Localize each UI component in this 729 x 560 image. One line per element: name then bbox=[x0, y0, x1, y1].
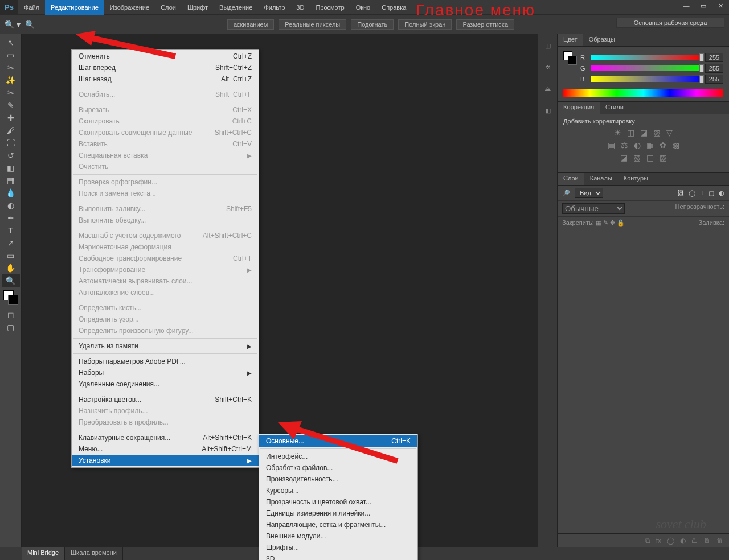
tab-color[interactable]: Цвет bbox=[558, 34, 583, 46]
menu-item[interactable]: 3D... bbox=[259, 553, 417, 560]
g-slider[interactable] bbox=[591, 65, 702, 71]
filter-icon[interactable]: ◯ bbox=[689, 190, 695, 197]
hue-strip[interactable] bbox=[563, 89, 723, 97]
lasso-tool-icon[interactable]: ✂ bbox=[2, 61, 20, 74]
menu-слои[interactable]: Слои bbox=[155, 0, 182, 15]
folder-icon[interactable]: 🗀 bbox=[691, 537, 698, 545]
trash-icon[interactable]: 🗑 bbox=[716, 537, 723, 545]
menu-item[interactable]: Шаг впередShift+Ctrl+Z bbox=[72, 62, 259, 73]
history-brush-icon[interactable]: ↺ bbox=[2, 149, 20, 162]
workspace-dropdown[interactable]: Основная рабочая среда bbox=[616, 18, 724, 28]
menu-редактирование[interactable]: Редактирование bbox=[45, 0, 104, 15]
menu-item[interactable]: Курсоры... bbox=[259, 485, 417, 496]
menu-фильтр[interactable]: Фильтр bbox=[258, 0, 290, 15]
close-icon[interactable]: ✕ bbox=[712, 0, 729, 11]
menu-изображение[interactable]: Изображение bbox=[104, 0, 155, 15]
options-button[interactable]: Полный экран bbox=[398, 19, 452, 30]
r-value[interactable]: 255 bbox=[705, 53, 723, 62]
menu-item[interactable]: Клавиатурные сокращения...Alt+Shift+Ctrl… bbox=[72, 432, 259, 443]
menu-выделение[interactable]: Выделение bbox=[214, 0, 258, 15]
tab-corrections[interactable]: Коррекция bbox=[558, 102, 600, 114]
adjustment-icon[interactable]: ☀ bbox=[614, 128, 621, 137]
options-button[interactable]: Размер оттиска bbox=[456, 19, 514, 30]
tab-paths[interactable]: Контуры bbox=[618, 173, 654, 185]
heal-tool-icon[interactable]: ✚ bbox=[2, 112, 20, 124]
adjustment-icon[interactable]: ▧ bbox=[633, 153, 641, 162]
adjustment-icon[interactable]: ▤ bbox=[608, 141, 615, 150]
lock-icon[interactable]: ▦ bbox=[596, 219, 601, 226]
brush-tool-icon[interactable]: 🖌 bbox=[2, 124, 20, 137]
adjustment-icon[interactable]: ▽ bbox=[666, 128, 673, 137]
lock-icon[interactable]: ✥ bbox=[610, 219, 615, 226]
menu-item[interactable]: Производительность... bbox=[259, 473, 417, 485]
menu-item[interactable]: Интерфейс... bbox=[259, 451, 417, 462]
menu-item[interactable]: Внешние модули... bbox=[259, 530, 417, 542]
menu-item[interactable]: Единицы измерения и линейки... bbox=[259, 508, 417, 519]
stamp-tool-icon[interactable]: ⛶ bbox=[2, 137, 20, 149]
shape-tool-icon[interactable]: ▭ bbox=[2, 249, 20, 262]
filter-icon[interactable]: ◐ bbox=[719, 190, 724, 197]
adjustment-icon[interactable]: ◐ bbox=[634, 141, 641, 150]
b-value[interactable]: 255 bbox=[705, 75, 723, 84]
panel-icon[interactable]: ◫ bbox=[541, 42, 555, 56]
mask-icon[interactable]: ◯ bbox=[667, 537, 674, 545]
tab-swatches[interactable]: Образцы bbox=[583, 34, 621, 46]
adjustment-icon[interactable]: ▨ bbox=[660, 153, 667, 162]
adjustment-icon[interactable]: ▨ bbox=[653, 128, 661, 137]
link-icon[interactable]: ⧉ bbox=[645, 537, 650, 545]
adjustment-icon[interactable]: ▦ bbox=[646, 141, 654, 150]
eyedropper-tool-icon[interactable]: ✎ bbox=[2, 99, 20, 112]
blend-mode-select[interactable]: Обычные bbox=[562, 203, 625, 214]
wand-tool-icon[interactable]: ✨ bbox=[2, 74, 20, 87]
zoom-tool-icon[interactable]: 🔍 bbox=[2, 274, 20, 287]
layer-kind-select[interactable]: Вид bbox=[575, 188, 603, 198]
menu-item[interactable]: ОтменитьCtrl+Z bbox=[72, 51, 259, 62]
menu-item[interactable]: Обработка файлов... bbox=[259, 462, 417, 473]
zoom-tool-icon[interactable]: 🔍 bbox=[25, 20, 35, 29]
eraser-tool-icon[interactable]: ◧ bbox=[2, 162, 20, 174]
fx-icon[interactable]: fx bbox=[656, 537, 661, 545]
panel-icon[interactable]: ◧ bbox=[541, 107, 555, 121]
hand-tool-icon[interactable]: ✋ bbox=[2, 262, 20, 274]
adjustment-icon[interactable]: ▩ bbox=[672, 141, 679, 150]
dodge-tool-icon[interactable]: ◐ bbox=[2, 199, 20, 212]
menu-item[interactable]: Удалить из памяти▶ bbox=[72, 340, 259, 352]
blur-tool-icon[interactable]: 💧 bbox=[2, 187, 20, 199]
marquee-tool-icon[interactable]: ▭ bbox=[2, 49, 20, 61]
zoom-tool-icon[interactable]: 🔍 ▾ bbox=[5, 20, 21, 29]
panel-icon[interactable]: ⛰ bbox=[541, 85, 555, 99]
g-value[interactable]: 255 bbox=[705, 64, 723, 73]
adjustment-icon[interactable]: ◫ bbox=[646, 153, 654, 162]
move-tool-icon[interactable]: ↖ bbox=[2, 36, 20, 49]
color-swatch[interactable] bbox=[563, 51, 577, 65]
search-icon[interactable]: 🔎 bbox=[562, 190, 570, 197]
tab-channels[interactable]: Каналы bbox=[584, 173, 618, 185]
crop-tool-icon[interactable]: ✂ bbox=[2, 87, 20, 99]
adjustment-icon[interactable]: ⚖ bbox=[621, 141, 628, 150]
tab-timeline[interactable]: Шкала времени bbox=[65, 547, 123, 560]
quickmask-icon[interactable]: ◻ bbox=[2, 308, 20, 321]
menu-просмотр[interactable]: Просмотр bbox=[310, 0, 350, 15]
panel-icon[interactable]: ✲ bbox=[541, 64, 555, 77]
pen-tool-icon[interactable]: ✒ bbox=[2, 212, 20, 224]
menu-файл[interactable]: Файл bbox=[18, 0, 45, 15]
adjustment-icon[interactable]: ◪ bbox=[620, 153, 628, 162]
menu-item[interactable]: Шрифты... bbox=[259, 542, 417, 553]
filter-icon[interactable]: 🖼 bbox=[678, 190, 684, 196]
b-slider[interactable] bbox=[591, 76, 702, 82]
adjustment-icon[interactable]: ✿ bbox=[660, 141, 666, 150]
tab-styles[interactable]: Стили bbox=[600, 102, 629, 114]
menu-item[interactable]: Наборы параметров Adobe PDF... bbox=[72, 356, 259, 367]
type-tool-icon[interactable]: T bbox=[2, 224, 20, 237]
options-button[interactable]: Подогнать bbox=[351, 19, 394, 30]
new-layer-icon[interactable]: 🗎 bbox=[704, 537, 711, 545]
menu-справка[interactable]: Справка bbox=[376, 0, 412, 15]
menu-шрифт[interactable]: Шрифт bbox=[182, 0, 214, 15]
menu-item[interactable]: Меню...Alt+Shift+Ctrl+M bbox=[72, 443, 259, 455]
filter-icon[interactable]: T bbox=[700, 190, 704, 196]
tab-layers[interactable]: Слои bbox=[558, 173, 584, 185]
lock-icon[interactable]: ✎ bbox=[603, 219, 608, 226]
color-swatch[interactable] bbox=[3, 290, 18, 305]
menu-item[interactable]: Шаг назадAlt+Ctrl+Z bbox=[72, 73, 259, 85]
menu-3d[interactable]: 3D bbox=[290, 0, 310, 15]
